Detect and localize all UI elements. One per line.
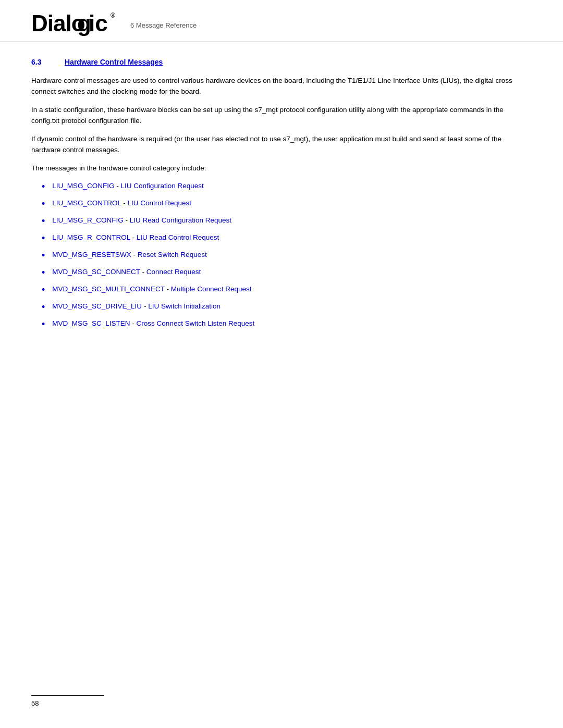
list-item-content: MVD_MSG_SC_LISTEN - Cross Connect Switch… (52, 318, 254, 329)
list-item: • MVD_MSG_SC_LISTEN - Cross Connect Swit… (42, 318, 532, 331)
liu-msg-r-config-desc: LIU Read Configuration Request (130, 216, 231, 224)
separator-6: - (165, 285, 171, 293)
list-item-content: LIU_MSG_CONFIG - LIU Configuration Reque… (52, 181, 203, 191)
list-item-content: MVD_MSG_SC_DRIVE_LIU - LIU Switch Initia… (52, 301, 221, 312)
mvd-msg-sc-drive-liu-desc: LIU Switch Initialization (148, 302, 221, 310)
mvd-msg-resetswx-desc: Reset Switch Request (138, 251, 207, 258)
list-item-content: LIU_MSG_CONTROL - LIU Control Request (52, 198, 191, 208)
separator-7: - (142, 302, 148, 310)
footer-divider (31, 695, 104, 696)
bullet-dot: • (42, 214, 45, 228)
list-item-content: MVD_MSG_SC_MULTI_CONNECT - Multiple Conn… (52, 284, 251, 294)
section-heading: 6.3 Hardware Control Messages (31, 58, 532, 66)
mvd-msg-sc-listen-link[interactable]: MVD_MSG_SC_LISTEN (52, 319, 130, 327)
list-item-content: LIU_MSG_R_CONTROL - LIU Read Control Req… (52, 232, 219, 243)
liu-msg-r-control-desc: LIU Read Control Request (137, 233, 219, 241)
mvd-msg-sc-multi-connect-desc: Multiple Connect Request (171, 285, 252, 293)
list-item: • LIU_MSG_R_CONTROL - LIU Read Control R… (42, 232, 532, 245)
section-number: 6.3 (31, 58, 52, 66)
separator-5: - (140, 268, 146, 276)
body-paragraph-4: The messages in the hardware control cat… (31, 163, 532, 174)
page-container: Dialo g ic ® 6 Message Reference 6.3 Har… (0, 0, 563, 728)
mvd-msg-sc-connect-desc: Connect Request (146, 268, 201, 276)
liu-msg-r-control-link[interactable]: LIU_MSG_R_CONTROL (52, 233, 130, 241)
bullet-dot: • (42, 197, 45, 211)
liu-msg-config-link[interactable]: LIU_MSG_CONFIG (52, 182, 114, 190)
list-item: • LIU_MSG_CONTROL - LIU Control Request (42, 198, 532, 211)
separator-0: - (115, 182, 121, 190)
header-subtitle: 6 Message Reference (130, 17, 197, 29)
liu-msg-control-desc: LIU Control Request (128, 199, 191, 207)
list-item: • LIU_MSG_CONFIG - LIU Configuration Req… (42, 181, 532, 194)
subtitle-text: 6 Message Reference (130, 21, 197, 29)
list-item: • LIU_MSG_R_CONFIG - LIU Read Configurat… (42, 215, 532, 228)
bullet-dot: • (42, 266, 45, 280)
logo-area: Dialo g ic ® (31, 9, 115, 36)
bullet-dot: • (42, 249, 45, 263)
list-item: • MVD_MSG_SC_MULTI_CONNECT - Multiple Co… (42, 284, 532, 297)
liu-msg-control-link[interactable]: LIU_MSG_CONTROL (52, 199, 121, 207)
main-content: 6.3 Hardware Control Messages Hardware c… (0, 42, 563, 370)
page-footer: 58 (31, 695, 532, 707)
separator-2: - (124, 216, 130, 224)
bullet-dot: • (42, 300, 45, 314)
page-header: Dialo g ic ® 6 Message Reference (0, 0, 563, 42)
list-item-content: MVD_MSG_RESETSWX - Reset Switch Request (52, 250, 206, 260)
svg-text:ic: ic (89, 10, 108, 36)
body-paragraph-3: If dynamic control of the hardware is re… (31, 134, 532, 156)
page-number: 58 (31, 699, 39, 707)
separator-1: - (121, 199, 128, 207)
separator-8: - (130, 319, 137, 327)
list-item-content: MVD_MSG_SC_CONNECT - Connect Request (52, 267, 201, 277)
list-item: • MVD_MSG_RESETSWX - Reset Switch Reques… (42, 250, 532, 263)
body-paragraph-2: In a static configuration, these hardwar… (31, 105, 532, 127)
bullet-dot: • (42, 317, 45, 331)
bullet-dot: • (42, 283, 45, 297)
liu-msg-config-desc: LIU Configuration Request (121, 182, 204, 190)
list-item: • MVD_MSG_SC_DRIVE_LIU - LIU Switch Init… (42, 301, 532, 314)
bullet-dot: • (42, 180, 45, 194)
separator-3: - (130, 233, 137, 241)
separator-4: - (131, 251, 138, 258)
svg-text:®: ® (111, 12, 115, 19)
bullet-dot: • (42, 231, 45, 245)
section-title: Hardware Control Messages (65, 58, 163, 66)
mvd-msg-resetswx-link[interactable]: MVD_MSG_RESETSWX (52, 251, 131, 258)
body-paragraph-1: Hardware control messages are used to co… (31, 76, 532, 97)
liu-msg-r-config-link[interactable]: LIU_MSG_R_CONFIG (52, 216, 124, 224)
mvd-msg-sc-multi-connect-link[interactable]: MVD_MSG_SC_MULTI_CONNECT (52, 285, 165, 293)
mvd-msg-sc-drive-liu-link[interactable]: MVD_MSG_SC_DRIVE_LIU (52, 302, 142, 310)
bullet-list: • LIU_MSG_CONFIG - LIU Configuration Req… (42, 181, 532, 331)
list-item-content: LIU_MSG_R_CONFIG - LIU Read Configuratio… (52, 215, 231, 226)
dialogic-logo: Dialo g ic ® (31, 9, 115, 36)
mvd-msg-sc-connect-link[interactable]: MVD_MSG_SC_CONNECT (52, 268, 140, 276)
list-item: • MVD_MSG_SC_CONNECT - Connect Request (42, 267, 532, 280)
mvd-msg-sc-listen-desc: Cross Connect Switch Listen Request (137, 319, 255, 327)
